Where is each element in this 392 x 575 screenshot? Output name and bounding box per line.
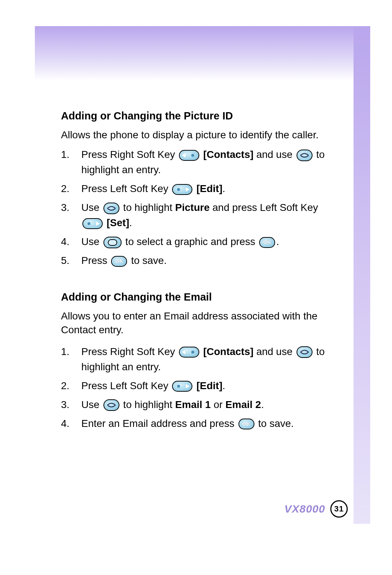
section-heading-email: Adding or Changing the Email: [61, 290, 340, 304]
list-item: 1. Press Right Soft Key [Contacts] and u…: [61, 147, 340, 178]
picture-label: Picture: [175, 202, 210, 213]
contacts-label: [Contacts]: [203, 149, 253, 160]
nav-key-icon: [103, 203, 119, 214]
contacts-label: [Contacts]: [203, 346, 253, 357]
left-soft-key-icon: [172, 184, 192, 195]
edit-label: [Edit]: [196, 380, 222, 391]
step-body: Use to select a graphic and press OK.: [81, 234, 340, 249]
step-body: Press Left Soft Key [Edit].: [81, 181, 340, 196]
section-intro: Allows you to enter an Email address ass…: [61, 309, 340, 337]
list-item: 3. Use to highlight Picture and press Le…: [61, 200, 340, 231]
model-label: VX8000: [284, 503, 325, 515]
nav-key-icon: [103, 399, 119, 411]
page-number: 31: [330, 500, 348, 518]
step-body: Press Left Soft Key [Edit].: [81, 378, 340, 393]
section-intro: Allows the phone to display a picture to…: [61, 128, 340, 142]
manual-page: Adding or Changing the Picture ID Allows…: [0, 0, 392, 575]
section-heading-picture-id: Adding or Changing the Picture ID: [61, 109, 340, 123]
step-body: Use to highlight Picture and press Left …: [81, 200, 340, 231]
email1-label: Email 1: [175, 399, 211, 410]
step-body: Enter an Email address and press OK to s…: [81, 416, 340, 431]
list-item: 2. Press Left Soft Key [Edit].: [61, 378, 340, 393]
list-item: 2. Press Left Soft Key [Edit].: [61, 181, 340, 196]
left-soft-key-icon: [172, 381, 192, 392]
ok-key-icon: OK: [259, 237, 275, 248]
list-item: 3. Use to highlight Email 1 or Email 2.: [61, 397, 340, 412]
side-gradient: [354, 26, 370, 524]
step-number: 3.: [61, 397, 81, 412]
nav-key-icon: [297, 346, 313, 358]
list-item: 1. Press Right Soft Key [Contacts] and u…: [61, 344, 340, 375]
right-soft-key-icon: [179, 150, 199, 161]
step-body: Press OK to save.: [81, 253, 340, 268]
step-number: 2.: [61, 378, 81, 393]
step-number: 5.: [61, 253, 81, 268]
step-number: 1.: [61, 147, 81, 162]
step-number: 2.: [61, 181, 81, 196]
nav-ring-key-icon: [103, 237, 122, 248]
edit-label: [Edit]: [196, 183, 222, 194]
nav-key-icon: [297, 150, 313, 161]
ok-key-icon: OK: [238, 419, 254, 429]
steps-list-email: 1. Press Right Soft Key [Contacts] and u…: [61, 344, 340, 431]
right-soft-key-icon: [179, 347, 199, 358]
steps-list-picture-id: 1. Press Right Soft Key [Contacts] and u…: [61, 147, 340, 268]
set-label: [Set]: [107, 217, 129, 228]
list-item: 4. Use to select a graphic and press OK.: [61, 234, 340, 249]
step-number: 4.: [61, 234, 81, 249]
list-item: 4. Enter an Email address and press OK t…: [61, 416, 340, 431]
step-body: Press Right Soft Key [Contacts] and use …: [81, 344, 340, 375]
page-footer: VX8000 31: [61, 500, 348, 518]
email2-label: Email 2: [225, 399, 261, 410]
step-body: Use to highlight Email 1 or Email 2.: [81, 397, 340, 412]
step-number: 3.: [61, 200, 81, 215]
header-gradient: [35, 26, 354, 81]
ok-key-icon: OK: [111, 256, 127, 267]
page-content: Adding or Changing the Picture ID Allows…: [61, 109, 340, 453]
step-body: Press Right Soft Key [Contacts] and use …: [81, 147, 340, 178]
step-number: 4.: [61, 416, 81, 431]
step-number: 1.: [61, 344, 81, 359]
list-item: 5. Press OK to save.: [61, 253, 340, 268]
left-soft-key-icon: [82, 218, 103, 229]
